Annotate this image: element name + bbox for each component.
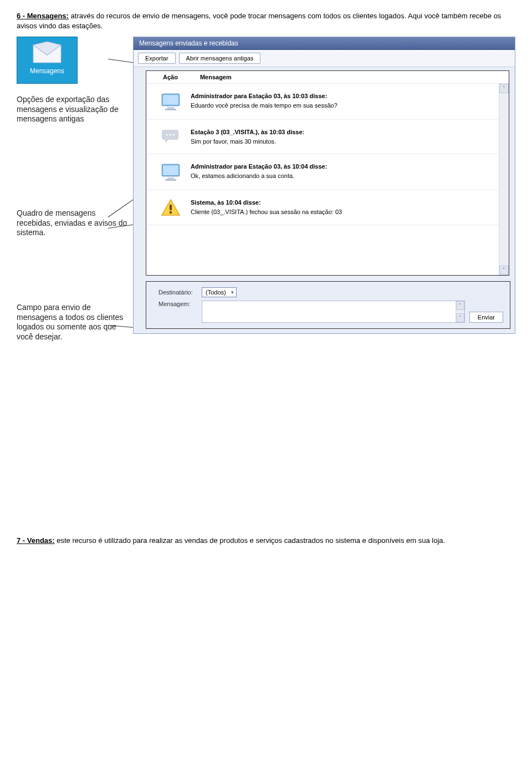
send-area: Destinatário: (Todos) ▾ Mensagem: ˄ ˅ En bbox=[146, 281, 510, 329]
message-row: Sistema, às 10:04 disse:Cliente (03_.VIS… bbox=[146, 190, 509, 225]
envelope-icon bbox=[30, 40, 64, 65]
destination-row: Destinatário: (Todos) ▾ bbox=[158, 287, 503, 297]
monitor-icon bbox=[160, 92, 182, 111]
col-message: Mensagem bbox=[200, 74, 232, 80]
panel-title: Mensagens enviadas e recebidas bbox=[134, 37, 515, 50]
chevron-down-icon: ▾ bbox=[231, 289, 234, 295]
svg-rect-3 bbox=[163, 95, 178, 105]
bubble-icon bbox=[160, 128, 182, 145]
scroll-down-icon[interactable]: ˅ bbox=[499, 266, 509, 275]
scroll-up-icon[interactable]: ˄ bbox=[499, 84, 509, 93]
list-header: Ação Mensagem bbox=[146, 71, 509, 84]
svg-rect-17 bbox=[170, 211, 172, 214]
section6-body: através do recuros de envio de mensagens… bbox=[17, 12, 501, 30]
message-text: Administrador para Estação 03, às 10:04 … bbox=[191, 162, 327, 180]
send-button[interactable]: Enviar bbox=[469, 312, 503, 323]
message-header: Estação 3 (03_.VISITA.), às 10:03 disse: bbox=[191, 128, 304, 137]
message-list: Ação Mensagem Administrador para Estação… bbox=[146, 70, 509, 276]
svg-rect-12 bbox=[163, 165, 178, 175]
svg-rect-5 bbox=[165, 109, 176, 110]
message-body: Cliente (03_.VISITA.) fechou sua sessão … bbox=[191, 207, 342, 217]
message-textarea[interactable]: ˄ ˅ bbox=[202, 301, 465, 323]
list-scrollbar[interactable]: ˄ ˅ bbox=[499, 84, 509, 275]
svg-marker-7 bbox=[165, 139, 170, 143]
message-header: Administrador para Estação 03, às 10:03 … bbox=[191, 92, 337, 101]
svg-rect-16 bbox=[170, 205, 172, 210]
message-body: Eduardo você precisa de mais tempo em su… bbox=[191, 101, 337, 110]
section6-intro: 6 - Mensagens: através do recuros de env… bbox=[17, 11, 515, 31]
mensagens-sidebar-card: Mensagens bbox=[17, 37, 78, 84]
annotation-board: Quadro de mensagens recebidas, enviadas … bbox=[17, 209, 127, 238]
section7-body: este recurso é utilizado para realizar a… bbox=[55, 536, 446, 545]
message-row: Administrador para Estação 03, às 10:04 … bbox=[146, 154, 509, 190]
destination-value: (Todos) bbox=[206, 289, 226, 296]
scroll-up-icon[interactable]: ˄ bbox=[456, 301, 464, 310]
message-header: Administrador para Estação 03, às 10:04 … bbox=[191, 162, 327, 171]
message-body: Ok, estamos adicionando a sua conta. bbox=[191, 171, 327, 181]
message-row: Mensagem: ˄ ˅ Enviar bbox=[158, 301, 503, 323]
panel-toolbar: Exportar Abrir mensagens antigas bbox=[134, 50, 515, 67]
message-text: Estação 3 (03_.VISITA.), às 10:03 disse:… bbox=[191, 128, 304, 146]
message-row: Administrador para Estação 03, às 10:03 … bbox=[146, 84, 509, 120]
section7-heading: 7 - Vendas: bbox=[17, 536, 55, 545]
scroll-down-icon[interactable]: ˅ bbox=[456, 313, 464, 322]
monitor-icon bbox=[160, 162, 182, 182]
message-row: Estação 3 (03_.VISITA.), às 10:03 disse:… bbox=[146, 120, 509, 154]
col-action: Ação bbox=[163, 74, 178, 80]
rows-container: Administrador para Estação 03, às 10:03 … bbox=[146, 84, 509, 275]
export-button[interactable]: Exportar bbox=[138, 53, 176, 64]
section6-heading: 6 - Mensagens: bbox=[17, 12, 69, 20]
message-header: Sistema, às 10:04 disse: bbox=[191, 198, 342, 207]
annotation-send: Campo para envio de mensagens a todos os… bbox=[17, 303, 127, 342]
messages-panel: Mensagens enviadas e recebidas Exportar … bbox=[133, 37, 515, 334]
card-label: Mensagens bbox=[17, 67, 77, 75]
svg-rect-4 bbox=[167, 107, 174, 109]
destination-label: Destinatário: bbox=[158, 289, 197, 296]
message-body: Sim por favor, mais 30 minutos. bbox=[191, 137, 304, 146]
svg-point-9 bbox=[169, 134, 171, 136]
textarea-scrollbar[interactable]: ˄ ˅ bbox=[456, 301, 464, 322]
annotation-export: Opções de exportação das mensagens e vis… bbox=[17, 95, 127, 124]
warn-icon bbox=[160, 198, 182, 217]
message-text: Administrador para Estação 03, às 10:03 … bbox=[191, 92, 337, 110]
message-text: Sistema, às 10:04 disse:Cliente (03_.VIS… bbox=[191, 198, 342, 216]
open-old-messages-button[interactable]: Abrir mensagens antigas bbox=[179, 53, 261, 64]
section7-intro: 7 - Vendas: este recurso é utilizado par… bbox=[17, 536, 515, 546]
svg-point-8 bbox=[166, 134, 167, 136]
svg-rect-14 bbox=[165, 179, 176, 181]
destination-select[interactable]: (Todos) ▾ bbox=[202, 287, 237, 297]
svg-point-10 bbox=[172, 134, 174, 136]
screenshot-layout: Mensagens Opções de exportação das mensa… bbox=[17, 37, 515, 392]
svg-rect-13 bbox=[167, 177, 174, 179]
message-label: Mensagem: bbox=[158, 301, 197, 307]
